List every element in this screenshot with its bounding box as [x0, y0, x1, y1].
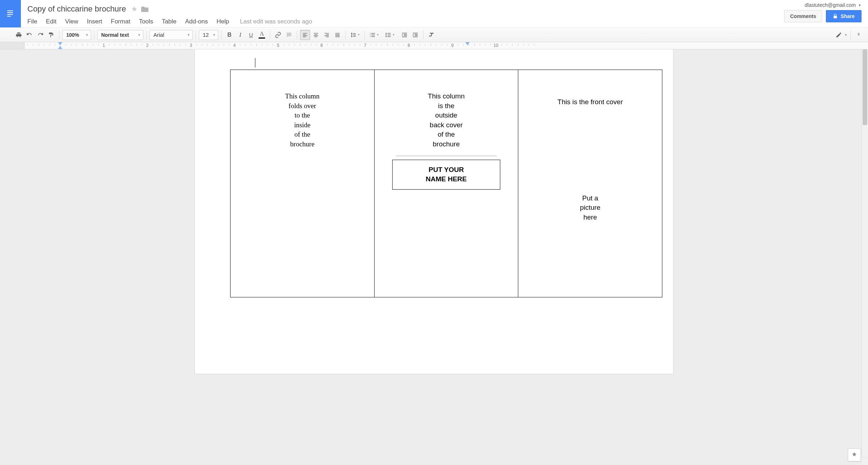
col2-line[interactable]: is the [389, 101, 504, 111]
lock-icon [833, 14, 838, 19]
menu-file[interactable]: File [26, 17, 41, 27]
front-cover-title[interactable]: This is the front cover [533, 97, 648, 107]
ruler-tick [507, 44, 507, 45]
paint-format-button[interactable] [46, 30, 56, 40]
horizontal-ruler[interactable]: 12345678910 [0, 42, 868, 49]
ruler-tick [311, 44, 311, 45]
menu-format[interactable]: Format [107, 17, 135, 27]
bulleted-list-button[interactable]: ▼ [384, 30, 397, 40]
window-resize-grip[interactable] [862, 459, 868, 465]
paragraph-style-dropdown[interactable]: Normal text▼ [97, 30, 143, 40]
underline-button[interactable]: U [246, 30, 256, 40]
picture-placeholder-line[interactable]: here [533, 213, 648, 222]
star-icon[interactable] [131, 6, 138, 12]
redo-button[interactable] [35, 30, 45, 40]
brochure-col-3[interactable]: This is the front cover Put a picture he… [518, 70, 662, 297]
ruler-tick [55, 44, 55, 45]
insert-link-button[interactable] [273, 30, 283, 40]
document-title[interactable]: Copy of chiccarine brochure [26, 4, 127, 14]
align-center-button[interactable] [311, 30, 321, 40]
col1-line[interactable]: of the [245, 130, 360, 140]
share-button[interactable]: Share [826, 10, 862, 22]
ruler-tick [474, 44, 475, 46]
ruler-tick [381, 44, 382, 45]
last-edit-text[interactable]: Last edit was seconds ago [240, 18, 312, 25]
docs-app-icon[interactable] [0, 0, 21, 27]
ruler-tick [403, 44, 404, 45]
col2-line[interactable]: of the [389, 130, 504, 140]
ruler-tick [175, 44, 175, 45]
scroll-thumb[interactable] [863, 49, 867, 125]
align-right-button[interactable] [322, 30, 332, 40]
vertical-scrollbar[interactable] [862, 49, 868, 456]
ruler-tick [164, 44, 164, 45]
insert-comment-button[interactable] [284, 30, 294, 40]
bold-button[interactable]: B [224, 30, 234, 40]
ruler-tick [436, 44, 437, 45]
menu-edit[interactable]: Edit [41, 17, 61, 27]
explore-button[interactable] [848, 448, 861, 461]
menu-view[interactable]: View [61, 17, 83, 27]
account-switcher[interactable]: dlastutech@gmail.com ▼ [805, 2, 862, 8]
ruler-tick [485, 44, 486, 45]
ruler-margin-marker-left[interactable] [58, 46, 62, 49]
col1-line[interactable]: to the [245, 111, 360, 120]
name-box[interactable]: PUT YOUR NAME HERE [392, 160, 500, 190]
numbered-list-button[interactable]: ▼ [368, 30, 381, 40]
ruler-tick [180, 44, 180, 45]
line-spacing-button[interactable]: ▼ [349, 30, 362, 40]
menu-tools[interactable]: Tools [135, 17, 158, 27]
print-button[interactable] [14, 30, 24, 40]
name-box-line[interactable]: NAME HERE [395, 174, 497, 184]
menu-addons[interactable]: Add-ons [181, 17, 212, 27]
move-to-folder-icon[interactable] [141, 6, 148, 12]
brochure-col-2[interactable]: This column is the outside back cover of… [374, 70, 518, 297]
ruler-tick [491, 44, 491, 45]
collapse-toolbar-button[interactable] [854, 30, 864, 40]
col1-line[interactable]: folds over [245, 101, 360, 111]
decrease-indent-button[interactable] [399, 30, 410, 40]
comments-button[interactable]: Comments [784, 10, 822, 22]
brochure-table[interactable]: This column folds over to the inside of … [230, 70, 662, 297]
font-family-dropdown[interactable]: Arial▼ [149, 30, 193, 40]
col2-line[interactable]: This column [389, 92, 504, 101]
svg-point-5 [385, 33, 386, 34]
increase-indent-button[interactable] [410, 30, 420, 40]
ruler-indent-marker-left[interactable] [58, 42, 62, 45]
ruler-tick [44, 44, 44, 45]
col2-line[interactable]: brochure [389, 140, 504, 149]
text-color-button[interactable]: A [257, 30, 267, 40]
ruler-indent-marker-right[interactable] [465, 42, 470, 45]
font-size-dropdown[interactable]: 12▼ [199, 30, 218, 40]
align-left-button[interactable] [300, 30, 310, 40]
col2-line[interactable]: outside [389, 111, 504, 120]
document-page[interactable]: This column folds over to the inside of … [195, 49, 673, 374]
divider-line [396, 156, 497, 156]
col2-line[interactable]: back cover [389, 120, 504, 130]
col1-line[interactable]: brochure [245, 140, 360, 149]
document-workspace[interactable]: This column folds over to the inside of … [0, 49, 868, 465]
align-justify-button[interactable] [332, 30, 343, 40]
col1-line[interactable]: This column [245, 92, 360, 101]
ruler-tick [131, 44, 131, 45]
clear-formatting-button[interactable] [426, 30, 437, 40]
ruler-tick [501, 44, 502, 45]
menu-help[interactable]: Help [212, 17, 233, 27]
menu-table[interactable]: Table [157, 17, 181, 27]
italic-button[interactable]: I [235, 30, 245, 40]
picture-placeholder-line[interactable]: picture [533, 203, 648, 213]
ruler-tick [398, 44, 398, 45]
brochure-col-1[interactable]: This column folds over to the inside of … [231, 70, 374, 297]
col1-line[interactable]: inside [245, 120, 360, 130]
editing-mode-dropdown[interactable]: ▼ [836, 32, 847, 38]
undo-button[interactable] [24, 30, 35, 40]
ruler-tick [39, 44, 39, 46]
zoom-dropdown[interactable]: 100%▼ [62, 30, 91, 40]
name-box-line[interactable]: PUT YOUR [395, 165, 497, 175]
ruler-tick [196, 44, 197, 45]
ruler-number: 9 [451, 43, 454, 48]
picture-placeholder-line[interactable]: Put a [533, 194, 648, 203]
ruler-tick [442, 44, 442, 45]
ruler-tick [425, 44, 425, 45]
menu-insert[interactable]: Insert [82, 17, 107, 27]
